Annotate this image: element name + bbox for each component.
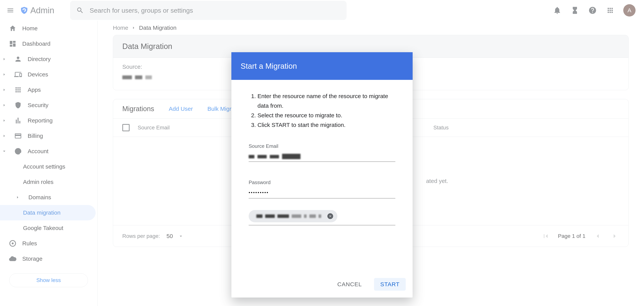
source-email-label: Source Email (249, 143, 395, 149)
close-icon (328, 214, 332, 218)
target-resource-chip[interactable] (249, 210, 337, 222)
target-resource-input[interactable] (249, 210, 395, 225)
dialog-step-1: Enter the resource name of the resource … (258, 92, 395, 110)
dialog-title: Start a Migration (231, 52, 413, 80)
password-input[interactable]: ••••••••• (249, 188, 395, 198)
start-button[interactable]: START (374, 278, 406, 291)
password-label: Password (249, 180, 395, 186)
password-value: ••••••••• (249, 190, 269, 195)
start-migration-dialog: Start a Migration Enter the resource nam… (231, 52, 413, 298)
chip-remove-button[interactable] (328, 213, 333, 219)
source-email-input[interactable] (249, 152, 395, 162)
cancel-button[interactable]: CANCEL (333, 278, 366, 291)
dialog-step-2: Select the resource to migrate to. (258, 110, 395, 120)
dialog-step-3: Click START to start the migration. (258, 120, 395, 130)
chip-text (256, 214, 321, 218)
dialog-instructions: Enter the resource name of the resource … (249, 92, 395, 130)
